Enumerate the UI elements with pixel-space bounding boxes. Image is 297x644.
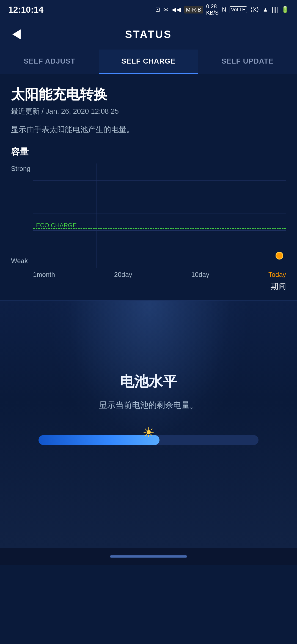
wifi-icon: ▲ bbox=[262, 6, 268, 13]
signal-icon: ◀◀ bbox=[172, 6, 181, 13]
mail-icon: ✉ bbox=[163, 6, 168, 13]
grid-v-1 bbox=[97, 163, 97, 268]
tab-self-update[interactable]: SELF UPDATE bbox=[198, 50, 297, 74]
x-label-1month: 1month bbox=[33, 271, 55, 279]
battery-description: 显示当前电池的剩余电量。 bbox=[99, 400, 198, 411]
chart-label: 容量 bbox=[11, 146, 286, 158]
today-marker bbox=[276, 252, 283, 260]
battery-section: 电池水平 显示当前电池的剩余电量。 ☀ bbox=[0, 301, 297, 548]
nfc-icon: N bbox=[222, 6, 226, 13]
status-bar: 12:10:14 ⊡ ✉ ◀◀ M·R·B 0.28KB/S N VoLTE ⟨… bbox=[0, 0, 297, 19]
tab-bar: SELF ADJUST SELF CHARGE SELF UPDATE bbox=[0, 50, 297, 74]
network-icon: M·R·B bbox=[184, 6, 203, 13]
battery-bar-fill bbox=[38, 435, 160, 445]
tab-self-charge[interactable]: SELF CHARGE bbox=[99, 50, 198, 74]
chart-area: ECO CHARGE bbox=[33, 163, 286, 268]
battery-bar-container: ☀ bbox=[38, 425, 258, 445]
battery-icon: 🔋 bbox=[281, 6, 289, 13]
main-content: 太阳能充电转换 最近更新 / Jan. 26, 2020 12:08 25 显示… bbox=[0, 74, 297, 292]
section-description: 显示由手表太阳能电池产生的电量。 bbox=[11, 124, 286, 135]
app-title: STATUS bbox=[125, 29, 172, 40]
bluetooth-icon: ⟨X⟩ bbox=[250, 6, 259, 13]
x-axis: 1month 20day 10day Today bbox=[33, 271, 286, 279]
period-label: 期间 bbox=[11, 281, 286, 292]
eco-charge-label: ECO CHARGE bbox=[36, 222, 77, 229]
x-label-today: Today bbox=[268, 271, 286, 279]
scroll-indicator bbox=[110, 555, 187, 558]
battery-title: 电池水平 bbox=[120, 372, 177, 391]
light-beam-decoration bbox=[66, 301, 231, 438]
tab-self-adjust[interactable]: SELF ADJUST bbox=[0, 50, 99, 74]
signal-bars: |||| bbox=[272, 6, 278, 13]
status-time: 12:10:14 bbox=[8, 5, 43, 15]
section-title: 太阳能充电转换 bbox=[11, 85, 286, 104]
app-bar: STATUS bbox=[0, 19, 297, 50]
grid-v-2 bbox=[160, 163, 160, 268]
volte-icon: VoLTE bbox=[230, 6, 247, 13]
back-button[interactable] bbox=[8, 26, 25, 43]
chart-y-weak: Weak bbox=[11, 257, 28, 265]
x-label-10day: 10day bbox=[191, 271, 209, 279]
today-dot bbox=[276, 252, 283, 260]
back-icon bbox=[12, 29, 21, 39]
grid-v-3 bbox=[223, 163, 223, 268]
sun-icon: ☀ bbox=[142, 425, 155, 441]
update-time: 最近更新 / Jan. 26, 2020 12:08 25 bbox=[11, 107, 286, 116]
bottom-bar bbox=[0, 548, 297, 565]
chart-y-strong: Strong bbox=[11, 165, 31, 173]
status-icons: ⊡ ✉ ◀◀ M·R·B 0.28KB/S N VoLTE ⟨X⟩ ▲ ||||… bbox=[155, 3, 289, 16]
sim-icon: ⊡ bbox=[155, 6, 160, 13]
eco-charge-line: ECO CHARGE bbox=[33, 228, 286, 229]
x-label-20day: 20day bbox=[114, 271, 132, 279]
speed-icon: 0.28KB/S bbox=[206, 3, 219, 16]
